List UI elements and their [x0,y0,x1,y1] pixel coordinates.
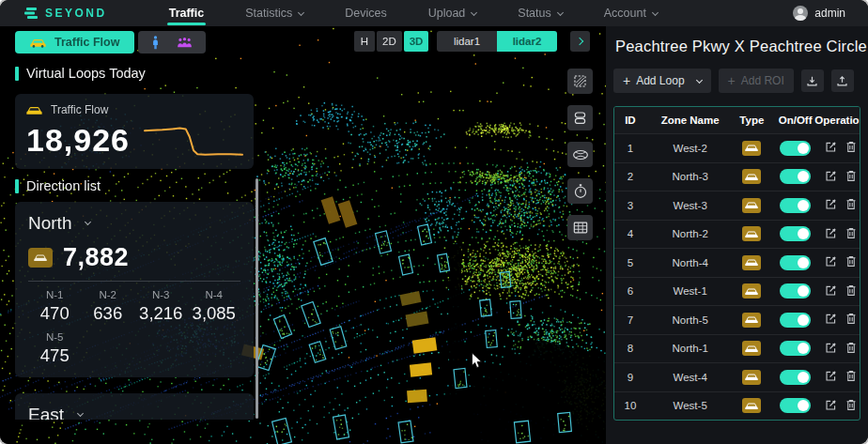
cylinder-tool-button[interactable] [567,142,593,167]
delete-button[interactable] [845,284,857,299]
loop-label: N-5 [28,331,82,343]
onoff-toggle[interactable] [780,255,811,270]
edit-button[interactable] [825,284,837,299]
operation-cell [821,198,860,212]
loops-tool-button[interactable] [567,105,593,130]
onoff-cell [769,169,821,184]
add-roi-button[interactable]: + Add ROI [719,69,794,93]
timer-tool-button[interactable] [567,178,593,204]
onoff-cell [769,255,821,270]
view-mode-h-button[interactable]: H [354,31,375,52]
trash-icon [845,342,857,354]
nav-item-traffic[interactable]: Traffic [148,0,225,26]
edit-button[interactable] [825,198,837,212]
edit-button[interactable] [825,399,837,413]
car-type-chip [742,398,761,413]
delete-button[interactable] [845,227,857,241]
chevron-right-icon [575,38,582,45]
seyond-logo[interactable]: SEYOND [24,7,107,20]
car-icon [745,287,758,296]
edit-button[interactable] [825,141,837,155]
nav-item-devices[interactable]: Devices [324,0,407,26]
edit-button[interactable] [825,227,837,241]
zone-type-cell [735,341,770,356]
nav-item-label: Account [604,7,646,20]
car-icon [745,173,758,181]
nav-item-upload[interactable]: Upload [408,0,498,26]
loop-value: 470 [28,303,82,324]
delete-button[interactable] [845,198,857,212]
onoff-toggle[interactable] [780,283,811,299]
onoff-toggle[interactable] [780,141,811,156]
car-icon [745,373,758,381]
heading-accent-bar [15,179,19,193]
zone-name: North-4 [646,257,735,268]
onoff-toggle[interactable] [780,313,811,328]
other-modes-button-group[interactable] [138,31,206,54]
edit-button[interactable] [825,255,837,269]
onoff-toggle[interactable] [780,341,811,356]
direction-north-dropdown[interactable]: North [28,213,240,234]
grid-tool-button[interactable] [567,215,593,240]
onoff-toggle[interactable] [780,370,811,385]
trash-icon [845,170,857,182]
row-id: 8 [614,343,646,354]
edit-button[interactable] [825,370,837,384]
traffic-flow-mode-button[interactable]: Traffic Flow [15,31,134,54]
direction-card-east: East 3,333 [15,393,254,420]
upload-button[interactable] [831,69,854,92]
virtual-loops-heading: Virtual Loops Today [15,66,146,81]
heading-accent-bar [15,67,19,81]
direction-list-heading-text: Direction list [26,178,101,193]
region-select-tool-button[interactable] [567,69,593,94]
trash-icon [845,198,857,210]
lidar-tab-lidar1[interactable]: lidar1 [437,31,497,52]
delete-button[interactable] [845,370,857,384]
delete-button[interactable] [845,170,857,184]
direction-list-scroll-area[interactable]: North 7,882 N-1470N-2636N-33,216N-43,085… [15,195,257,420]
nav-item-account[interactable]: Account [583,0,678,26]
delete-button[interactable] [845,399,857,413]
intersection-title: Peachtree Pkwy X Peachtree Circle [606,26,868,55]
car-type-chip [742,370,761,385]
add-loop-label: Add Loop [636,74,684,87]
car-icon [26,105,42,115]
loop-value: 475 [28,345,82,366]
zone-name: North-3 [646,171,735,182]
nav-item-status[interactable]: Status [497,0,582,26]
expand-panel-button[interactable] [570,31,590,52]
operation-cell [821,227,860,241]
lidar-tab-lidar2[interactable]: lidar2 [497,31,557,52]
delete-button[interactable] [845,141,857,155]
edit-button[interactable] [825,170,837,184]
onoff-toggle[interactable] [780,398,811,413]
edit-icon [825,399,837,411]
row-id: 7 [614,314,646,326]
crowd-icon [177,37,193,49]
upload-icon [836,75,848,87]
direction-east-dropdown[interactable]: East [28,405,240,420]
left-panel-scrollbar[interactable] [256,178,258,419]
add-loop-button[interactable]: + Add Loop [613,69,711,93]
download-button[interactable] [801,69,824,92]
loop-label: N-2 [82,289,135,300]
delete-button[interactable] [845,313,857,327]
delete-button[interactable] [845,255,857,269]
zone-type-cell [735,370,770,385]
row-id: 4 [614,228,646,239]
onoff-toggle[interactable] [780,226,811,241]
onoff-cell [769,141,821,156]
edit-button[interactable] [825,313,837,327]
user-menu[interactable]: admin [793,6,845,21]
delete-button[interactable] [845,342,857,356]
onoff-toggle[interactable] [780,169,811,184]
nav-item-statistics[interactable]: Statistics [225,0,324,26]
onoff-toggle[interactable] [780,198,811,213]
top-navbar: SEYOND TrafficStatisticsDevicesUploadSta… [0,0,868,26]
operation-cell [821,399,860,413]
edit-button[interactable] [825,342,837,356]
view-mode-2d-button[interactable]: 2D [377,31,402,52]
mouse-cursor [471,352,483,374]
view-mode-3d-button[interactable]: 3D [404,31,429,52]
onoff-cell [769,226,821,241]
